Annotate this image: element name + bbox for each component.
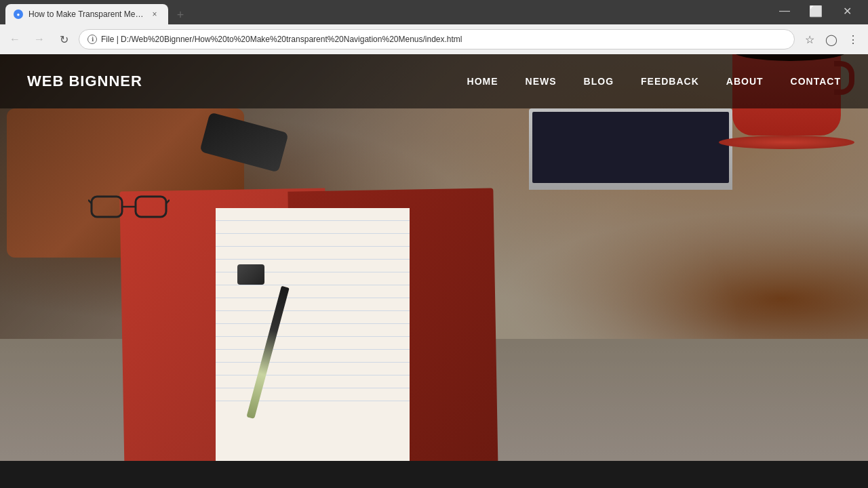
tab-favicon: ● [14,9,23,19]
notebook-line [216,401,410,401]
minimize-button[interactable]: — [769,0,800,24]
notebook-line [216,336,410,337]
notebook-line [216,246,410,247]
notebook-line [216,388,410,388]
back-button[interactable]: ← [5,30,24,49]
tab-bar: ● How to Make Transparent Menu... × + — … [0,0,868,24]
window-controls: — ⬜ ✕ [769,0,863,24]
url-text: File | D:/Web%20Bignner/How%20to%20Make%… [101,35,462,44]
svg-rect-1 [136,197,166,217]
notebook-line [216,259,410,260]
close-button[interactable]: ✕ [831,0,863,24]
profile-icon[interactable]: ◯ [822,30,841,49]
bookmark-icon[interactable]: ☆ [800,30,819,49]
stapler-decoration [237,264,264,285]
address-bar: ← → ↻ ℹ File | D:/Web%20Bignner/How%20to… [0,24,868,54]
notebook-line [216,323,410,324]
browser-window: ● How to Make Transparent Menu... × + — … [0,0,868,461]
website-content: WEB BIGNNER HOME NEWS BLOG FEEDBACK ABOU… [0,54,868,461]
laptop-decoration [529,108,732,190]
nav-links: HOME NEWS BLOG FEEDBACK ABOUT CONTACT [467,73,841,89]
toolbar-right: ☆ ◯ ⋮ [800,30,863,49]
notebook-line [216,233,410,234]
notebook-decoration [122,190,495,461]
laptop-screen [532,112,729,183]
new-tab-button[interactable]: + [171,5,190,24]
glasses-decoration [88,190,170,226]
active-tab[interactable]: ● How to Make Transparent Menu... × [5,4,168,24]
tab-close-button[interactable]: × [149,9,160,20]
nav-link-home[interactable]: HOME [467,73,498,89]
reload-button[interactable]: ↻ [54,30,73,49]
notebook-line [216,349,410,350]
navbar: WEB BIGNNER HOME NEWS BLOG FEEDBACK ABOU… [0,54,868,108]
address-input[interactable]: ℹ File | D:/Web%20Bignner/How%20to%20Mak… [79,29,795,49]
maximize-button[interactable]: ⬜ [800,0,831,24]
notebook-line [216,285,410,285]
notebook-line [216,298,410,298]
svg-rect-0 [92,197,122,217]
nav-link-contact[interactable]: CONTACT [791,73,841,89]
nav-link-blog[interactable]: BLOG [584,73,614,89]
site-logo[interactable]: WEB BIGNNER [27,73,142,90]
notebook-line [216,362,410,363]
nav-link-news[interactable]: NEWS [526,73,557,89]
notebook-pages [216,208,410,461]
nav-link-feedback[interactable]: FEEDBACK [641,73,699,89]
notebook-line [216,375,410,375]
notebook-line [216,310,410,311]
coffee-saucer [719,136,854,149]
tab-title: How to Make Transparent Menu... [28,9,144,19]
menu-icon[interactable]: ⋮ [844,30,863,49]
url-info-icon: ℹ [87,35,97,44]
nav-link-about[interactable]: ABOUT [726,73,764,89]
coffee-scene [719,122,854,149]
forward-button[interactable]: → [30,30,49,49]
notebook-line [216,220,410,221]
